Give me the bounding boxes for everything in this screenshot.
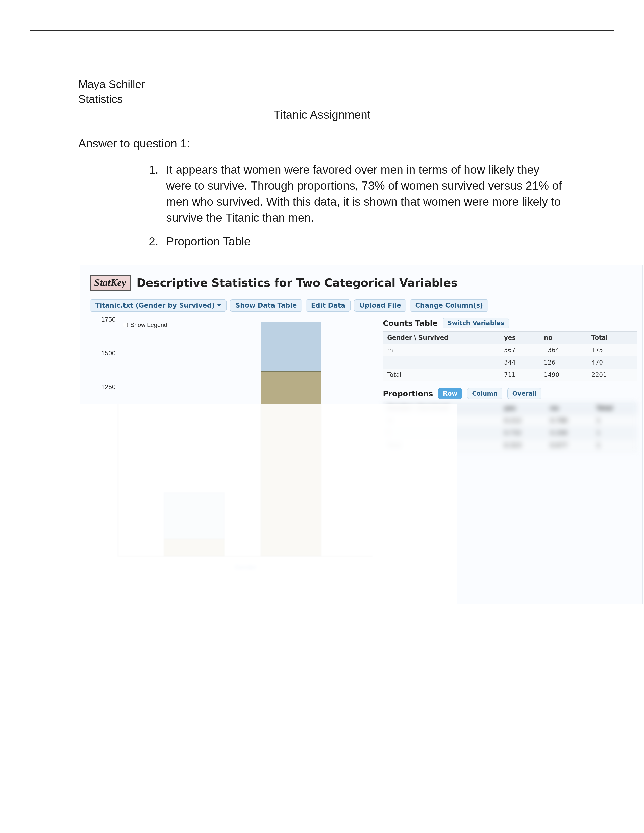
cell: Total <box>383 369 500 381</box>
bar-f-yes <box>164 492 224 539</box>
table-row: m 367 1364 1731 <box>383 344 638 356</box>
cell: f <box>383 356 500 369</box>
cell: 470 <box>588 356 638 369</box>
col-header-total: Total <box>588 332 638 344</box>
col-header-rowlabel: Gender \ Survived <box>383 332 500 344</box>
proportions-table: Gender \ Survived yes no Total m0.2120.7… <box>383 402 638 452</box>
document-page: Maya Schiller Statistics Titanic Assignm… <box>0 0 644 833</box>
statkey-body: Show Legend 1750 1500 1250 <box>90 317 642 574</box>
table-row: Total0.3230.6771 <box>383 439 638 452</box>
bar-f <box>164 492 224 556</box>
answer-item-1: It appears that women were favored over … <box>162 162 566 226</box>
switch-variables-button[interactable]: Switch Variables <box>443 318 509 328</box>
counts-title: Counts Table <box>383 319 438 328</box>
cell: 344 <box>500 356 540 369</box>
edit-data-button[interactable]: Edit Data <box>306 299 351 312</box>
statkey-tables: Counts Table Switch Variables Gender \ S… <box>383 317 642 452</box>
table-row: Gender \ Survived yes no Total <box>383 332 638 344</box>
chevron-down-icon <box>217 304 221 307</box>
tab-row[interactable]: Row <box>438 388 462 399</box>
table-row: f0.7320.2681 <box>383 427 638 439</box>
plot-area: 1750 1500 1250 Gender <box>118 319 373 556</box>
counts-table: Gender \ Survived yes no Total m 367 136… <box>383 331 638 381</box>
doc-header: Maya Schiller Statistics <box>30 77 614 107</box>
cell: Gender \ Survived <box>383 402 500 415</box>
table-row: f 344 126 470 <box>383 356 638 369</box>
counts-header: Counts Table Switch Variables <box>383 318 638 328</box>
dataset-dropdown[interactable]: Titanic.txt (Gender by Survived) <box>90 299 227 312</box>
statkey-titlebar: StatKey Descriptive Statistics for Two C… <box>90 275 642 291</box>
cell: 711 <box>500 369 540 381</box>
statkey-logo: StatKey <box>90 275 130 291</box>
bar-m-no <box>261 371 321 556</box>
ytick-1750: 1750 <box>92 315 116 323</box>
cell: yes <box>500 402 546 415</box>
cell: m <box>383 344 500 356</box>
statkey-page-title: Descriptive Statistics for Two Categoric… <box>137 277 457 289</box>
statkey-toolbar: Titanic.txt (Gender by Survived) Show Da… <box>90 299 642 312</box>
table-row: Total 711 1490 2201 <box>383 369 638 381</box>
answer-item-2: Proportion Table <box>162 233 566 249</box>
top-rule <box>30 30 614 31</box>
bar-m <box>261 322 321 556</box>
statkey-panel: StatKey Descriptive Statistics for Two C… <box>80 265 643 604</box>
cell: 1364 <box>540 344 588 356</box>
cell: no <box>546 402 592 415</box>
cell: 1731 <box>588 344 638 356</box>
stacked-bar-chart: Show Legend 1750 1500 1250 <box>90 317 373 574</box>
tab-column[interactable]: Column <box>467 388 502 399</box>
cell: 2201 <box>588 369 638 381</box>
author-name: Maya Schiller <box>78 77 566 92</box>
table-row: Gender \ Survived yes no Total <box>383 402 638 415</box>
bar-f-no <box>164 539 224 556</box>
bar-m-yes <box>261 322 321 371</box>
col-header-yes: yes <box>500 332 540 344</box>
ytick-1500: 1500 <box>92 349 116 357</box>
cell: 1490 <box>540 369 588 381</box>
ytick-1250: 1250 <box>92 383 116 391</box>
course-name: Statistics <box>78 92 566 106</box>
cell: Total <box>592 402 637 415</box>
col-header-no: no <box>540 332 588 344</box>
proportions-title: Proportions <box>383 389 433 398</box>
dataset-label: Titanic.txt (Gender by Survived) <box>95 302 215 309</box>
cell: 126 <box>540 356 588 369</box>
question-heading: Answer to question 1: <box>30 137 614 150</box>
table-row: m0.2120.7881 <box>383 415 638 427</box>
x-axis-label: Gender <box>118 563 373 571</box>
show-data-table-button[interactable]: Show Data Table <box>230 299 302 312</box>
upload-file-button[interactable]: Upload File <box>354 299 406 312</box>
tab-overall[interactable]: Overall <box>507 388 541 399</box>
cell: 367 <box>500 344 540 356</box>
answer-list: It appears that women were favored over … <box>30 162 614 249</box>
change-columns-button[interactable]: Change Column(s) <box>410 299 488 312</box>
proportions-header: Proportions Row Column Overall <box>383 388 638 399</box>
assignment-title: Titanic Assignment <box>30 108 614 121</box>
